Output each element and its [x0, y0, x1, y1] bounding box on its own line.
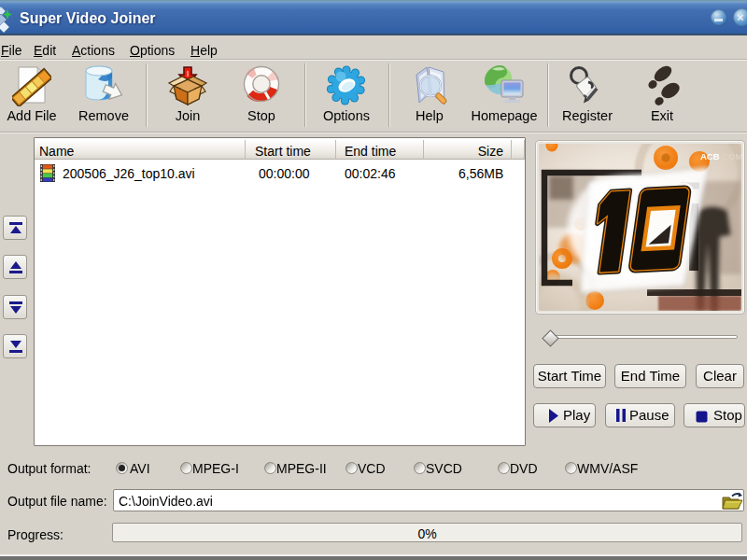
svg-text:ACB.COM: ACB.COM — [700, 151, 741, 161]
